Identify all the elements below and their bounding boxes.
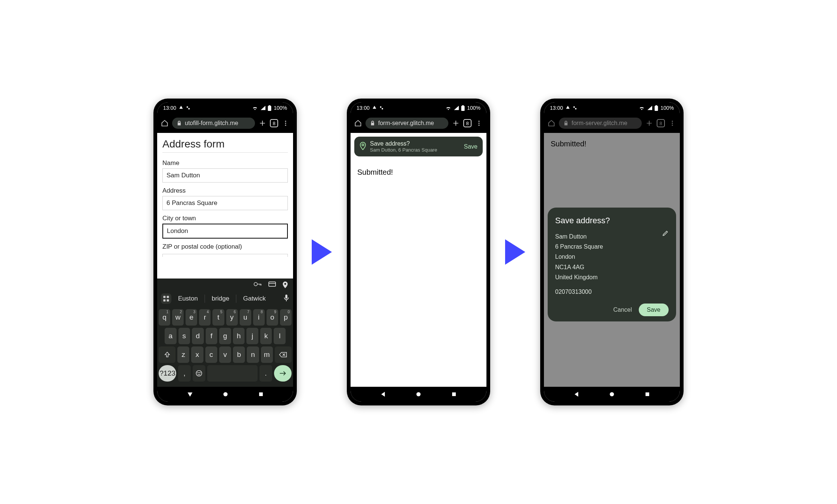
key-t[interactable]: t5 (212, 309, 224, 326)
svg-point-5 (285, 123, 286, 124)
key-i[interactable]: i8 (253, 309, 265, 326)
chip-subtitle: Sam Dutton, 6 Pancras Square (370, 147, 460, 153)
name-input[interactable] (162, 168, 288, 183)
key-o[interactable]: o9 (267, 309, 278, 326)
home-icon[interactable] (354, 119, 362, 127)
key-r[interactable]: r4 (199, 309, 211, 326)
key-k[interactable]: k (260, 328, 272, 344)
numeric-key[interactable]: ?123 (159, 365, 176, 382)
battery-icon (461, 105, 465, 111)
svg-rect-10 (167, 296, 169, 298)
comma-key[interactable]: , (178, 365, 191, 382)
key-e[interactable]: e3 (186, 309, 197, 326)
key-c[interactable]: c (205, 346, 217, 363)
name-label: Name (162, 159, 288, 167)
svg-point-27 (416, 392, 420, 396)
zip-input[interactable] (162, 254, 288, 257)
location-icon[interactable] (283, 281, 288, 290)
key-sym[interactable] (275, 346, 292, 363)
key-v[interactable]: v (219, 346, 231, 363)
nav-recent-icon[interactable] (258, 392, 264, 397)
suggestion[interactable]: bridge (209, 295, 232, 302)
password-icon[interactable] (253, 281, 262, 290)
tab-switcher[interactable]: 8 (270, 119, 278, 127)
home-icon[interactable] (161, 119, 168, 127)
nav-home-icon[interactable] (223, 391, 228, 397)
url-bar[interactable]: form-server.glitch.me (559, 118, 642, 129)
mic-icon[interactable] (283, 294, 289, 303)
key-n[interactable]: n (247, 346, 259, 363)
enter-key[interactable] (274, 365, 292, 382)
key-b[interactable]: b (233, 346, 245, 363)
menu-icon[interactable] (282, 119, 289, 127)
key-y[interactable]: y6 (226, 309, 238, 326)
nav-home-icon[interactable] (416, 391, 421, 397)
nav-recent-icon[interactable] (645, 392, 650, 397)
key-f[interactable]: f (206, 328, 218, 344)
status-time: 13:00 (550, 105, 563, 111)
zip-label: ZIP or postal code (optional) (162, 243, 288, 251)
suggestion[interactable]: Gatwick (240, 295, 268, 302)
edit-icon[interactable] (662, 230, 669, 238)
new-tab-icon[interactable] (259, 119, 266, 127)
nav-back-icon[interactable] (574, 391, 579, 397)
url-bar[interactable]: utofill-form.glitch.me (172, 118, 255, 129)
svg-rect-22 (462, 105, 464, 106)
key-m[interactable]: m (261, 346, 273, 363)
key-s[interactable]: s (178, 328, 190, 344)
nav-back-icon[interactable] (380, 391, 386, 397)
key-a[interactable]: a (165, 328, 177, 344)
svg-rect-29 (573, 106, 575, 108)
nav-back-icon[interactable] (187, 391, 193, 397)
url-bar[interactable]: form-server.glitch.me (365, 118, 448, 129)
status-time: 13:00 (357, 105, 370, 111)
dialog-line: United Kingdom (555, 272, 669, 282)
tab-switcher[interactable]: 8 (463, 119, 472, 127)
payment-icon[interactable] (268, 281, 276, 290)
save-button[interactable]: Save (639, 304, 669, 316)
address-input[interactable] (162, 196, 288, 210)
svg-point-16 (200, 373, 200, 373)
new-tab-icon[interactable] (645, 119, 653, 127)
svg-point-24 (479, 123, 480, 124)
status-bar: 13:00 100% (157, 102, 293, 113)
new-tab-icon[interactable] (452, 119, 460, 127)
tab-switcher[interactable]: 8 (657, 119, 665, 127)
save-address-chip[interactable]: Save address? Sam Dutton, 6 Pancras Squa… (354, 137, 483, 156)
nav-home-icon[interactable] (609, 391, 615, 397)
key-z[interactable]: z (177, 346, 189, 363)
nav-recent-icon[interactable] (451, 392, 457, 397)
key-p[interactable]: p0 (280, 309, 292, 326)
key-u[interactable]: u7 (240, 309, 251, 326)
keyboard-app-icon[interactable] (161, 293, 171, 304)
key-j[interactable]: j (246, 328, 258, 344)
shift-key[interactable] (159, 346, 175, 363)
page-content: Address form Name Address City or town Z… (157, 133, 293, 279)
key-g[interactable]: g (219, 328, 231, 344)
key-x[interactable]: x (191, 346, 203, 363)
cancel-button[interactable]: Cancel (613, 307, 632, 313)
key-h[interactable]: h (233, 328, 245, 344)
space-key[interactable] (207, 365, 258, 382)
status-icon (372, 105, 377, 111)
url-text: form-server.glitch.me (572, 120, 627, 127)
emoji-key[interactable] (193, 365, 205, 382)
system-nav (351, 387, 486, 402)
home-icon[interactable] (548, 119, 555, 127)
status-icon (186, 106, 190, 110)
chip-save-button[interactable]: Save (464, 143, 477, 150)
suggestion[interactable]: Euston (175, 295, 201, 302)
dialog-line: London (555, 252, 669, 262)
soft-keyboard[interactable]: Euston bridge Gatwick q1w2e3r4t5y6u7i8o9… (157, 279, 293, 387)
key-l[interactable]: l (274, 328, 286, 344)
key-q[interactable]: q1 (159, 309, 170, 326)
svg-point-15 (198, 373, 199, 373)
key-d[interactable]: d (192, 328, 204, 344)
city-input[interactable] (162, 224, 288, 239)
svg-point-6 (285, 125, 286, 126)
svg-rect-37 (645, 392, 649, 396)
menu-icon[interactable] (475, 119, 483, 127)
menu-icon[interactable] (669, 119, 676, 127)
period-key[interactable]: . (259, 365, 272, 382)
key-w[interactable]: w2 (172, 309, 184, 326)
